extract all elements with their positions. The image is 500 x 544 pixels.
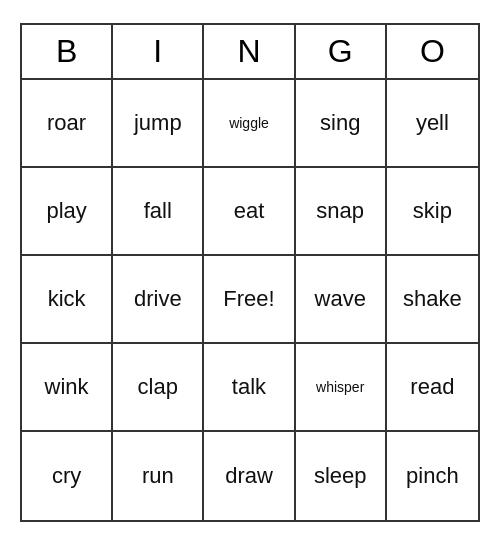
cell-text: Free! [223, 286, 274, 312]
bingo-cell: read [387, 344, 478, 432]
bingo-cell: shake [387, 256, 478, 344]
bingo-cell: run [113, 432, 204, 520]
cell-text: wiggle [229, 115, 269, 131]
cell-text: drive [134, 286, 182, 312]
cell-text: talk [232, 374, 266, 400]
cell-text: play [46, 198, 86, 224]
bingo-card: BINGO roarjumpwigglesingyellplayfalleats… [20, 23, 480, 522]
cell-text: kick [48, 286, 86, 312]
header-letter: G [296, 25, 387, 78]
header-letter: B [22, 25, 113, 78]
bingo-cell: sleep [296, 432, 387, 520]
cell-text: clap [138, 374, 178, 400]
cell-text: jump [134, 110, 182, 136]
bingo-cell: clap [113, 344, 204, 432]
cell-text: draw [225, 463, 273, 489]
cell-text: read [410, 374, 454, 400]
bingo-cell: eat [204, 168, 295, 256]
cell-text: sing [320, 110, 360, 136]
cell-text: cry [52, 463, 81, 489]
cell-text: wave [315, 286, 366, 312]
cell-text: shake [403, 286, 462, 312]
bingo-cell: Free! [204, 256, 295, 344]
bingo-cell: yell [387, 80, 478, 168]
bingo-cell: draw [204, 432, 295, 520]
header-letter: O [387, 25, 478, 78]
bingo-cell: jump [113, 80, 204, 168]
bingo-header: BINGO [22, 25, 478, 80]
cell-text: whisper [316, 379, 364, 395]
bingo-cell: sing [296, 80, 387, 168]
cell-text: skip [413, 198, 452, 224]
bingo-cell: whisper [296, 344, 387, 432]
bingo-cell: wink [22, 344, 113, 432]
bingo-cell: skip [387, 168, 478, 256]
bingo-cell: fall [113, 168, 204, 256]
bingo-cell: drive [113, 256, 204, 344]
bingo-cell: play [22, 168, 113, 256]
header-letter: I [113, 25, 204, 78]
cell-text: eat [234, 198, 265, 224]
bingo-cell: talk [204, 344, 295, 432]
bingo-cell: wave [296, 256, 387, 344]
cell-text: run [142, 463, 174, 489]
bingo-cell: snap [296, 168, 387, 256]
bingo-cell: kick [22, 256, 113, 344]
bingo-cell: roar [22, 80, 113, 168]
header-letter: N [204, 25, 295, 78]
cell-text: yell [416, 110, 449, 136]
cell-text: wink [45, 374, 89, 400]
cell-text: roar [47, 110, 86, 136]
bingo-cell: pinch [387, 432, 478, 520]
cell-text: snap [316, 198, 364, 224]
bingo-cell: cry [22, 432, 113, 520]
bingo-grid: roarjumpwigglesingyellplayfalleatsnapski… [22, 80, 478, 520]
bingo-cell: wiggle [204, 80, 295, 168]
cell-text: sleep [314, 463, 367, 489]
cell-text: pinch [406, 463, 459, 489]
cell-text: fall [144, 198, 172, 224]
